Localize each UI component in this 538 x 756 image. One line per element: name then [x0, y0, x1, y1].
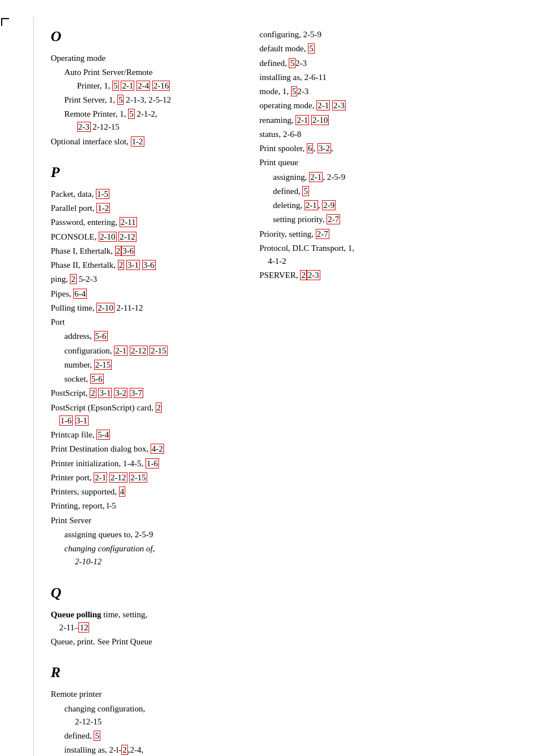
list-item: socket, 5-6	[51, 373, 237, 386]
ref-box: 3-1	[75, 415, 89, 426]
ref-box: 5	[112, 81, 119, 91]
list-item: number, 2-15	[51, 359, 237, 372]
list-item: defined, 5	[259, 185, 527, 198]
ref-box: 2-12	[109, 472, 127, 483]
section-header-p: P	[51, 164, 237, 181]
list-item: assigning, 2-1, 2-5-9	[259, 171, 527, 184]
print-server-continuation: configuring, 2-5-9 default mode, 5 defin…	[259, 28, 527, 282]
ref-box: 5-4	[96, 430, 110, 440]
section-r: R Remote printer changing configuration,…	[51, 664, 237, 756]
list-item: installing as, 2-6-11	[259, 71, 527, 84]
ref-box: 4	[119, 487, 126, 497]
ref-box: 12	[78, 622, 89, 633]
ref-box: 3-1	[126, 260, 140, 270]
ref-box: 5	[289, 58, 296, 68]
ref-box: 2-3	[307, 270, 320, 280]
section-header-q: Q	[51, 585, 237, 602]
ref-box: 2-4	[136, 81, 150, 91]
corner-mark	[1, 18, 9, 26]
list-item: Password, entering, 2-11	[51, 216, 237, 229]
ref-box: 2-15	[94, 360, 112, 370]
list-item: address, 5-6	[51, 330, 237, 343]
list-item: Printers, supported, 4	[51, 485, 237, 498]
ref-box: 2-10	[99, 232, 117, 242]
list-item: Optional interface slot, 1-2	[51, 135, 237, 148]
ref-box: 2-1	[296, 115, 309, 125]
ref-box: 1-6	[145, 458, 159, 468]
list-item: renaming, 2-1 2-10	[259, 114, 527, 127]
ref-box: 2-7	[316, 229, 329, 239]
list-item: installing as, 2-l-2,2-4, 2-12-13	[51, 744, 237, 756]
list-item: Auto Print Server/Remote Printer, 1, 5 2…	[51, 66, 237, 92]
section-header-o: O	[51, 28, 237, 45]
ref-box: 2-1	[121, 81, 134, 91]
list-item: mode, 1, 52-3	[259, 85, 527, 98]
list-item: PSERVER, 22-3	[259, 269, 527, 282]
list-item: configuring, 2-5-9	[259, 28, 527, 41]
ref-box: 5	[302, 186, 309, 196]
list-item: Print queue	[259, 156, 527, 169]
list-item: default mode, 5	[259, 42, 527, 55]
ref-box: 2-3	[77, 122, 91, 132]
section-p: P Packet, data, 1-5 Parallel port, 1-2 P…	[51, 164, 237, 569]
ref-box: 3-7	[130, 388, 143, 398]
list-item: Phase I, Ethertalk, 23-6	[51, 245, 237, 258]
ref-box: 3-6	[121, 246, 135, 256]
list-item: Queue polling time, setting, 2-11–12	[51, 608, 237, 635]
ref-box: 3-2	[317, 143, 331, 153]
ref-box: 5	[308, 43, 315, 54]
list-item: Print Server, 1, 5 2-1-3, 2-5-12	[51, 94, 237, 107]
ref-box: 3-2	[114, 388, 127, 398]
list-item: configuration, 2-1 2-12 2-15	[51, 344, 237, 357]
ref-box: 2	[115, 246, 122, 256]
ref-box: 2	[156, 403, 162, 413]
ref-box: 2-7	[327, 214, 340, 224]
ref-box: 1-2	[96, 203, 110, 213]
list-item: Printing, report, l-5	[51, 499, 237, 512]
list-item: Parallel port, 1-2	[51, 202, 237, 215]
list-item: status, 2-6-8	[259, 128, 527, 141]
list-item: changing configuration of, 2-10-12	[51, 542, 237, 569]
list-item: Protocol, DLC Transport, 1, 4-1-2	[259, 242, 527, 268]
ref-box: 5	[117, 95, 124, 105]
section-header-r: R	[51, 664, 237, 681]
ref-box: 2-16	[152, 81, 170, 91]
list-item: Port	[51, 316, 237, 329]
ref-box: 2	[70, 274, 77, 284]
ref-box: 2-1	[114, 346, 127, 356]
list-item: Remote printer	[51, 688, 237, 701]
ref-box: 2	[118, 260, 125, 270]
list-item: defined, 52-3	[259, 57, 527, 70]
ref-box: 2-3	[332, 100, 346, 110]
list-item: ping, 2 5-2-3	[51, 273, 237, 286]
ref-box: 5-6	[90, 374, 104, 384]
list-item: Priority, setting, 2-7	[259, 228, 527, 241]
ref-box: 2-10	[311, 115, 329, 125]
list-item: Print Destination dialog box, 4-2	[51, 443, 237, 456]
list-item: Remote Printer, 1, 5 2-1-2, 2-3 2-12-15	[51, 108, 237, 134]
ref-box: 2	[90, 388, 96, 398]
list-item: Packet, data, 1-5	[51, 188, 237, 201]
ref-box: 2-10	[96, 303, 114, 313]
ref-box: 6	[307, 143, 314, 153]
list-item: Print Server	[51, 514, 237, 527]
list-item: Printcap file, 5-4	[51, 428, 237, 441]
list-item: Polling time, 2-10 2-11-12	[51, 302, 237, 315]
ref-box: 2-11	[120, 217, 137, 227]
list-item: setting priority, 2-7	[259, 213, 527, 226]
ref-box: 2	[300, 270, 307, 280]
ref-box: 2-12	[130, 346, 148, 356]
list-item: Printer port, 2-1 2-12 2-15	[51, 471, 237, 484]
ref-box: 3-6	[142, 260, 156, 270]
ref-box: 1-6	[59, 415, 73, 426]
ref-box: 1-2	[131, 136, 144, 147]
ref-box: 5	[128, 109, 135, 119]
left-column: O Operating mode Auto Print Server/Remot…	[51, 23, 254, 756]
ref-box: 2-1	[305, 200, 318, 210]
list-item: deleting, 2-1, 2-9	[259, 199, 527, 212]
list-item: Phase II, Ethertalk, 2 3-1 3-6	[51, 259, 237, 272]
ref-box: 5	[94, 731, 100, 741]
list-item: Queue, print. See Print Queue	[51, 635, 237, 648]
ref-box: 2-1	[94, 472, 107, 483]
ref-box: 2	[121, 745, 128, 755]
